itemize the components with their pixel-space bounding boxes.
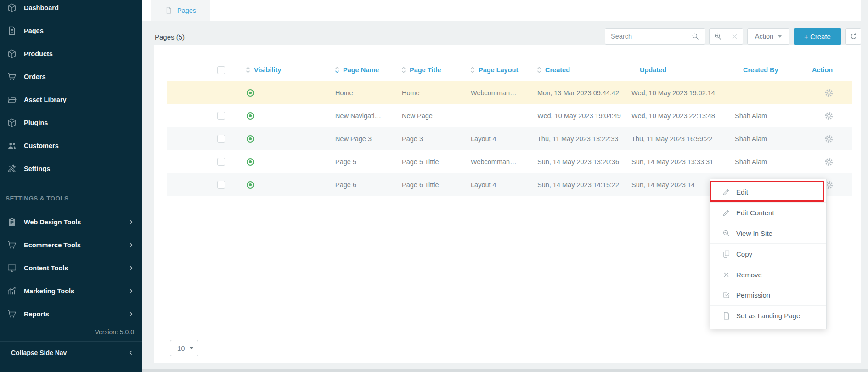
- menu-item-copy[interactable]: Copy: [710, 243, 826, 264]
- sidebar-nav-main: Dashboard Pages Products Orders Asset Li…: [0, 0, 142, 180]
- row-checkbox[interactable]: [217, 181, 225, 189]
- column-header-created-by[interactable]: Created By: [727, 66, 806, 74]
- clear-search-button[interactable]: [726, 29, 743, 44]
- sidebar-item-web-design-tools[interactable]: Web Design Tools: [0, 211, 142, 234]
- sort-icon[interactable]: [334, 67, 340, 73]
- sidebar-item-label: Reports: [24, 310, 121, 318]
- row-actions-gear-button[interactable]: [823, 86, 835, 99]
- row-checkbox-cell: [213, 127, 245, 150]
- row-indent-cell: [167, 104, 213, 127]
- table-row: Page 5 Page 5 Tittle Webcomman… Sun, 14 …: [167, 150, 852, 173]
- cube-icon: [6, 2, 17, 13]
- row-actions-gear-button[interactable]: [823, 155, 835, 168]
- refresh-button[interactable]: [845, 28, 861, 45]
- sidebar-item-customers[interactable]: Customers: [0, 134, 142, 157]
- cell-updated: Wed, 10 May 2023 22:13:48: [624, 104, 727, 127]
- menu-item-edit-content[interactable]: Edit Content: [710, 202, 826, 223]
- row-checkbox-cell: [213, 173, 245, 196]
- cell-page-layout: Layout 4: [463, 173, 530, 196]
- menu-item-view-in-site[interactable]: View In Site: [710, 223, 826, 244]
- menu-item-permission[interactable]: Permission: [710, 285, 826, 305]
- sort-icon[interactable]: [536, 67, 542, 73]
- create-button-label: + Create: [804, 33, 831, 40]
- sidebar-item-content-tools[interactable]: Content Tools: [0, 257, 142, 280]
- cell-created: Sun, 14 May 2023 13:20:36: [530, 150, 624, 173]
- page-title: Pages (5): [155, 33, 185, 41]
- menu-item-set-as-landing-page[interactable]: Set as Landing Page: [710, 305, 826, 326]
- row-checkbox[interactable]: [217, 112, 225, 120]
- cell-page-layout: Layout 4: [463, 127, 530, 150]
- menu-item-label: Set as Landing Page: [736, 312, 800, 320]
- row-checkbox-cell: [213, 104, 245, 127]
- sidebar-item-label: Web Design Tools: [24, 218, 121, 226]
- sort-icon[interactable]: [401, 67, 406, 73]
- table-header-row: Visibility Page Name Page Title Page Lay…: [167, 58, 852, 81]
- menu-item-edit[interactable]: Edit: [710, 182, 826, 202]
- cell-created: Thu, 11 May 2023 13:22:33: [530, 127, 624, 150]
- sidebar-item-settings[interactable]: Settings: [0, 157, 142, 180]
- advanced-search-button[interactable]: [710, 29, 726, 44]
- column-header-page-layout[interactable]: Page Layout: [463, 66, 530, 74]
- menu-item-remove[interactable]: Remove: [710, 264, 826, 285]
- search-button[interactable]: [686, 29, 705, 44]
- sidebar-item-marketing-tools[interactable]: Marketing Tools: [0, 280, 142, 303]
- view-site-icon: [722, 229, 731, 238]
- sidebar-item-reports[interactable]: Reports: [0, 303, 142, 326]
- column-header-action[interactable]: Action: [806, 66, 852, 74]
- row-checkbox-cell: [213, 150, 245, 173]
- chevron-right-icon: [128, 242, 134, 248]
- clipboard-icon: [6, 217, 17, 228]
- tab-bar: Pages: [142, 0, 861, 21]
- column-header-updated[interactable]: Updated: [624, 66, 727, 74]
- column-header-page-title[interactable]: Page Title: [395, 66, 463, 74]
- action-dropdown-button[interactable]: Action: [747, 28, 789, 45]
- collapse-side-nav[interactable]: Collapse Side Nav: [0, 341, 142, 364]
- create-button[interactable]: + Create: [794, 28, 841, 45]
- row-checkbox[interactable]: [217, 135, 225, 143]
- pencil-icon: [722, 188, 731, 196]
- search-input[interactable]: [605, 33, 686, 40]
- row-actions-gear-button[interactable]: [823, 132, 835, 145]
- horizontal-scrollbar[interactable]: [142, 369, 868, 372]
- toolbar: Action + Create: [605, 28, 861, 45]
- row-checkbox[interactable]: [217, 158, 225, 166]
- sidebar-item-orders[interactable]: Orders: [0, 65, 142, 88]
- row-indent-cell: [167, 173, 213, 196]
- sidebar-item-asset-library[interactable]: Asset Library: [0, 88, 142, 111]
- sidebar-item-label: Pages: [24, 27, 134, 34]
- cell-action: [806, 127, 852, 150]
- column-header-page-name[interactable]: Page Name: [328, 66, 395, 74]
- row-visibility-cell: [245, 150, 328, 173]
- page-icon: [722, 311, 731, 320]
- sidebar-item-label: Ecommerce Tools: [24, 241, 121, 249]
- cell-page-title: New Page: [395, 104, 463, 127]
- chevron-left-icon: [128, 349, 134, 356]
- tab-pages[interactable]: Pages: [151, 0, 210, 21]
- select-all-checkbox[interactable]: [217, 66, 225, 74]
- tab-label: Pages: [177, 7, 196, 14]
- x-icon: [722, 270, 731, 279]
- sidebar-item-pages[interactable]: Pages: [0, 19, 142, 42]
- column-header-created[interactable]: Created: [530, 66, 624, 74]
- row-actions-gear-button[interactable]: [823, 109, 835, 122]
- pages-table: Visibility Page Name Page Title Page Lay…: [167, 58, 852, 196]
- sort-icon[interactable]: [245, 67, 251, 73]
- sidebar-item-plugins[interactable]: Plugins: [0, 111, 142, 134]
- column-header-select-all[interactable]: [213, 66, 245, 74]
- sidebar-item-label: Dashboard: [24, 4, 134, 11]
- sidebar-item-products[interactable]: Products: [0, 42, 142, 65]
- sidebar-item-ecommerce-tools[interactable]: Ecommerce Tools: [0, 234, 142, 257]
- sort-icon[interactable]: [470, 67, 475, 73]
- cube-icon: [6, 117, 17, 128]
- column-header-visibility[interactable]: Visibility: [245, 66, 328, 74]
- column-header-label: Created: [545, 66, 570, 74]
- sidebar-item-label: Settings: [24, 165, 134, 172]
- cell-created-by: Shah Alam: [727, 150, 806, 173]
- vertical-scrollbar-gutter: [861, 0, 868, 372]
- sidebar-item-dashboard[interactable]: Dashboard: [0, 0, 142, 19]
- chevron-right-icon: [128, 288, 134, 294]
- menu-item-label: Edit Content: [736, 209, 774, 217]
- sidebar-item-label: Marketing Tools: [24, 287, 121, 295]
- page-size-select[interactable]: 10: [170, 340, 198, 356]
- column-header-label: Page Name: [343, 66, 379, 74]
